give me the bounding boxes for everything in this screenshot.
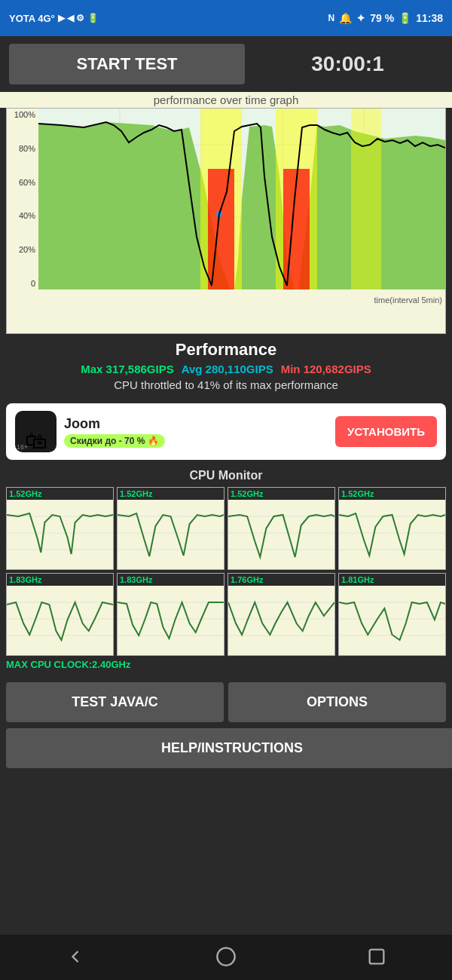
svg-rect-14	[351, 109, 381, 289]
top-row: START TEST 30:00:1	[0, 36, 452, 92]
main-content: START TEST 30:00:1 performance over time…	[0, 36, 452, 935]
y-label-40: 40%	[7, 211, 38, 220]
cpu-freq-1: 1.52GHz	[7, 488, 113, 500]
y-label-60: 60%	[7, 178, 38, 187]
y-label-0: 0	[7, 279, 38, 288]
cpu-core-4: 1.52GHz	[338, 487, 446, 570]
cpu-core-7: 1.76GHz	[228, 573, 335, 656]
graph-area: 100% 80% 60% 40% 20% 0	[7, 109, 445, 305]
battery-level: 79 %	[370, 12, 394, 24]
y-label-100: 100%	[7, 110, 38, 119]
graph-container: 100% 80% 60% 40% 20% 0	[6, 108, 446, 334]
cpu-core-1: 1.52GHz	[6, 487, 114, 570]
cpu-graph-8	[339, 586, 445, 652]
cpu-freq-7: 1.76GHz	[228, 574, 334, 586]
status-bar: YOTA 4G° ▶ ◀ ⚙ 🔋 N 🔔 ✦ 79 % 🔋 11:38	[0, 0, 452, 36]
performance-section: Performance Max 317,586GIPS Avg 280,110G…	[0, 334, 452, 397]
nav-recent-button[interactable]	[360, 940, 393, 975]
help-button[interactable]: HELP/INSTRUCTIONS	[6, 728, 452, 768]
y-label-80: 80%	[7, 144, 38, 153]
performance-graph-svg	[38, 109, 445, 289]
cpu-graph-7	[228, 586, 334, 652]
home-icon	[215, 946, 237, 967]
cpu-grid: 1.52GHz 1.52GHz	[6, 487, 446, 656]
start-test-button[interactable]: START TEST	[9, 44, 245, 84]
carrier-text: YOTA 4G°	[9, 13, 55, 24]
cpu-freq-3: 1.52GHz	[228, 488, 334, 500]
bottom-buttons: TEST JAVA/C OPTIONS	[0, 676, 452, 728]
options-button[interactable]: OPTIONS	[228, 682, 446, 722]
graph-title: performance over time graph	[0, 92, 452, 108]
cpu-core-6: 1.83GHz	[117, 573, 224, 656]
ad-info: Joom Скидки до - 70 % 🔥	[64, 416, 328, 448]
cpu-freq-2: 1.52GHz	[118, 488, 224, 500]
max-cpu-clock: MAX CPU CLOCK:2.40GHz	[6, 656, 446, 673]
cpu-graph-3	[228, 500, 334, 566]
graph-section: performance over time graph 100% 80% 60%…	[0, 92, 452, 334]
graph-time-label: time(interval 5min)	[374, 296, 442, 305]
cpu-graph-2	[118, 500, 224, 566]
alarm-icon: 🔔	[339, 12, 352, 24]
nfc-icon: N	[328, 13, 335, 23]
stat-max: Max 317,586GIPS	[81, 363, 173, 375]
cpu-graph-1	[7, 500, 113, 566]
cpu-freq-8: 1.81GHz	[339, 574, 445, 586]
performance-stats: Max 317,586GIPS Avg 280,110GIPS Min 120,…	[0, 363, 452, 375]
nav-home-button[interactable]	[209, 940, 243, 975]
recent-icon	[366, 946, 387, 967]
stat-avg: Avg 280,110GIPS	[182, 363, 273, 375]
performance-title: Performance	[0, 340, 452, 360]
svg-point-48	[217, 948, 234, 965]
cpu-freq-4: 1.52GHz	[339, 488, 445, 500]
cpu-core-8: 1.81GHz	[338, 573, 446, 656]
stat-min: Min 120,682GIPS	[281, 363, 371, 375]
ad-install-button[interactable]: УСТАНОВИТЬ	[335, 416, 437, 447]
cpu-core-2: 1.52GHz	[117, 487, 224, 570]
nav-back-button[interactable]	[59, 940, 92, 975]
nav-bar	[0, 935, 452, 980]
y-label-20: 20%	[7, 245, 38, 254]
back-icon	[65, 946, 86, 967]
throttle-text: CPU throttled to 41% of its max performa…	[0, 375, 452, 394]
bluetooth-icon: ✦	[356, 12, 365, 24]
svg-rect-49	[370, 949, 384, 963]
timer-display: 30:00:1	[252, 52, 443, 76]
cpu-graph-6	[118, 586, 224, 652]
cpu-core-5: 1.83GHz	[6, 573, 114, 656]
cpu-graph-4	[339, 500, 445, 566]
cpu-graph-5	[7, 586, 113, 652]
graph-inner	[38, 109, 445, 289]
cpu-monitor-section: CPU Monitor 1.52GHz 1.52GHz	[0, 466, 452, 676]
signal-icons: ▶ ◀ ⚙ 🔋	[58, 13, 99, 23]
cpu-monitor-title: CPU Monitor	[6, 469, 446, 482]
ad-name: Joom	[64, 416, 328, 432]
status-left: YOTA 4G° ▶ ◀ ⚙ 🔋	[9, 13, 99, 24]
cpu-core-3: 1.52GHz	[228, 487, 335, 570]
graph-y-labels: 100% 80% 60% 40% 20% 0	[7, 109, 38, 289]
test-java-button[interactable]: TEST JAVA/C	[6, 682, 224, 722]
ad-age: 16+	[17, 443, 28, 451]
ad-badge: Скидки до - 70 % 🔥	[64, 434, 165, 448]
cpu-freq-5: 1.83GHz	[7, 574, 113, 586]
time-display: 11:38	[416, 12, 443, 24]
cpu-freq-6: 1.83GHz	[118, 574, 224, 586]
svg-rect-11	[208, 169, 234, 289]
ad-icon: 🛍 16+	[15, 411, 56, 452]
status-right: N 🔔 ✦ 79 % 🔋 11:38	[328, 12, 443, 24]
ad-banner: 🛍 16+ Joom Скидки до - 70 % 🔥 УСТАНОВИТЬ	[6, 403, 446, 460]
battery-icon: 🔋	[399, 12, 411, 24]
